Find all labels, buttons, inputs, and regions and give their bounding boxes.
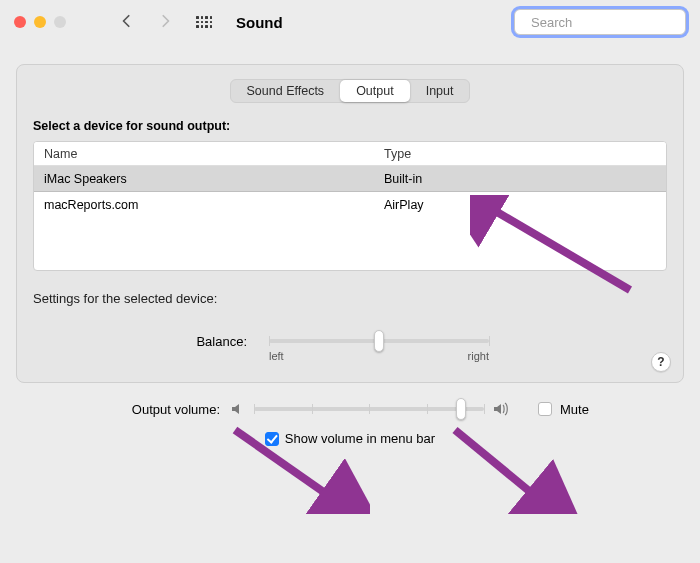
output-volume-slider[interactable]: [254, 407, 484, 411]
speaker-low-icon: [230, 401, 246, 417]
zoom-window-button[interactable]: [54, 16, 66, 28]
sound-tabs: Sound Effects Output Input: [33, 79, 667, 103]
search-field[interactable]: [514, 9, 686, 35]
window-title: Sound: [236, 14, 283, 31]
balance-label: Balance:: [47, 334, 247, 349]
balance-left-caption: left: [269, 350, 284, 362]
output-device-table: Name Type iMac Speakers Built-in macRepo…: [33, 141, 667, 271]
balance-thumb[interactable]: [374, 330, 384, 352]
chevron-left-icon: [120, 14, 134, 28]
tab-output[interactable]: Output: [340, 80, 410, 102]
tab-input[interactable]: Input: [410, 80, 470, 102]
menubar-row: Show volume in menu bar: [20, 431, 680, 446]
nav-buttons: [120, 14, 172, 31]
back-button[interactable]: [120, 14, 134, 31]
help-button[interactable]: ?: [651, 352, 671, 372]
balance-slider[interactable]: left right: [269, 324, 529, 358]
mute-label: Mute: [560, 402, 589, 417]
footer: Output volume: Mute Sho: [0, 391, 700, 446]
show-all-prefs-button[interactable]: [196, 14, 212, 30]
mute-checkbox[interactable]: [538, 402, 552, 416]
device-type: Built-in: [384, 172, 656, 186]
balance-right-caption: right: [468, 350, 489, 362]
output-volume-row: Output volume: Mute: [20, 401, 680, 417]
col-name: Name: [44, 147, 384, 161]
show-volume-menubar-label: Show volume in menu bar: [285, 431, 435, 446]
col-type: Type: [384, 147, 656, 161]
output-volume-label: Output volume:: [20, 402, 220, 417]
table-row[interactable]: macReports.com AirPlay: [34, 192, 666, 218]
traffic-lights: [14, 16, 66, 28]
forward-button[interactable]: [158, 14, 172, 31]
balance-row: Balance: left right: [33, 324, 667, 358]
show-volume-menubar-checkbox[interactable]: [265, 432, 279, 446]
output-section-title: Select a device for sound output:: [33, 119, 667, 133]
sound-output-panel: Sound Effects Output Input Select a devi…: [16, 64, 684, 383]
device-name: iMac Speakers: [44, 172, 384, 186]
window-toolbar: Sound: [0, 0, 700, 44]
speaker-high-icon: [492, 401, 512, 417]
settings-for-device-label: Settings for the selected device:: [33, 291, 667, 306]
chevron-right-icon: [158, 14, 172, 28]
table-row[interactable]: iMac Speakers Built-in: [34, 166, 666, 192]
search-input[interactable]: [529, 14, 700, 31]
volume-thumb[interactable]: [456, 398, 466, 420]
close-window-button[interactable]: [14, 16, 26, 28]
device-type: AirPlay: [384, 198, 656, 212]
table-header: Name Type: [34, 142, 666, 166]
minimize-window-button[interactable]: [34, 16, 46, 28]
tab-sound-effects[interactable]: Sound Effects: [231, 80, 341, 102]
table-blank: [34, 218, 666, 270]
device-name: macReports.com: [44, 198, 384, 212]
